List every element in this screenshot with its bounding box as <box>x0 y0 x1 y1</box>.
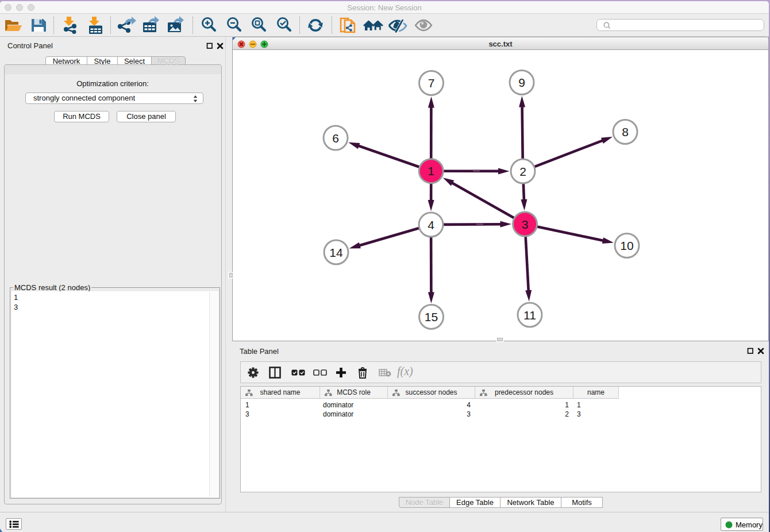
svg-text:10: 10 <box>620 239 633 252</box>
svg-text:9: 9 <box>518 76 525 89</box>
svg-text:4: 4 <box>428 218 434 232</box>
svg-text:15: 15 <box>425 310 438 323</box>
svg-text:14: 14 <box>329 246 343 259</box>
svg-text:11: 11 <box>523 309 536 322</box>
svg-text:1: 1 <box>428 164 434 178</box>
svg-text:3: 3 <box>522 218 529 231</box>
svg-text:7: 7 <box>428 76 435 90</box>
svg-text:8: 8 <box>622 125 629 138</box>
svg-text:2: 2 <box>519 165 526 178</box>
svg-text:6: 6 <box>332 132 339 145</box>
